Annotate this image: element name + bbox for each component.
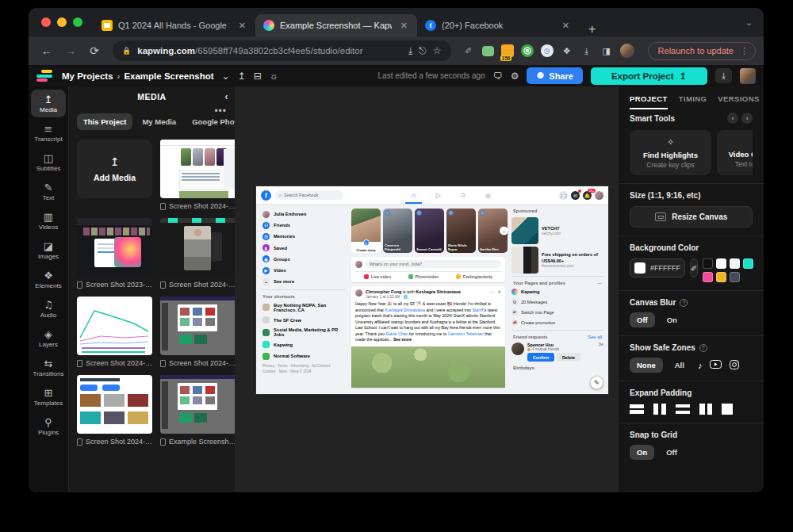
fb-menu-julia-enthoven[interactable]: Julia Enthoven [261,209,345,220]
canvas-blur-on-toggle[interactable]: On [660,312,684,327]
fb-groups-tab-icon[interactable]: ◎ [485,186,491,204]
fb-post-author-line[interactable]: Christopher Fong is with Kushagra Shriva… [366,289,487,294]
fb-post-author-avatar[interactable] [355,289,362,297]
help-icon[interactable]: ? [680,299,688,307]
safe-zones-all-toggle[interactable]: All [668,358,691,373]
collapse-panel-icon[interactable]: ‹ [225,91,229,102]
fb-see-all-link[interactable]: See all [588,335,602,339]
fb-composer-avatar[interactable] [355,261,362,268]
forward-button[interactable]: → [60,44,81,57]
project-menu-chevron-icon[interactable]: ⌄ [222,71,230,82]
target-extension-icon[interactable] [521,44,534,57]
resize-canvas-button[interactable]: ▭Resize Canvas [630,206,753,228]
fb-action-live-video[interactable]: Live video [364,274,391,279]
kapwing-profile-avatar[interactable] [740,68,756,84]
fb-sponsored-ad[interactable]: VETCHYvetchy.com [511,217,603,244]
fb-marketplace-tab-icon[interactable]: ⌑ [462,186,465,204]
clock-extension-icon[interactable]: ◷ [541,44,554,57]
color-swatch[interactable] [730,258,740,269]
fb-stories-next-button[interactable]: › [500,227,508,235]
install-app-icon[interactable]: ⤓ [408,45,412,56]
video-generator-card[interactable]: ☼ Video Generator Text to video AI [717,130,753,175]
media-more-menu-icon[interactable]: ••• [214,105,227,117]
media-tab-this-project[interactable]: This Project [77,113,132,130]
download-button[interactable]: ⤓ [715,68,732,83]
extensions-puzzle-icon[interactable]: ❖ [561,44,573,57]
color-swatch[interactable] [703,272,713,282]
fb-menu-saved[interactable]: ▮Saved [261,243,345,254]
pad-top-bottom-icon[interactable] [630,404,644,415]
pad-horizontal-icon[interactable] [676,404,690,415]
color-swatch[interactable] [716,272,726,282]
pad-all-icon[interactable] [722,404,733,415]
youtube-icon[interactable] [710,360,722,370]
relaunch-to-update-button[interactable]: Relaunch to update⋮ [648,42,756,60]
snap-off-toggle[interactable]: Off [659,445,684,460]
close-tab-icon[interactable]: ✕ [236,19,249,33]
fb-see-more-link[interactable]: See more [393,337,412,342]
rail-item-videos[interactable]: ▥Videos [31,207,66,235]
minimize-window-button[interactable] [57,17,67,27]
bookmark-star-icon[interactable]: ☆ [433,45,442,56]
color-swatch[interactable] [730,272,740,282]
kapwing-logo-icon[interactable] [36,70,54,82]
fb-post-more-icon[interactable]: ⋯ [490,289,495,299]
canvas-blur-off-toggle[interactable]: Off [630,312,655,327]
fb-post-link[interactable]: Cameron Teitelman [448,331,484,336]
tab-search-chevron-icon[interactable]: ⌄ [745,17,764,28]
maximize-window-button[interactable] [73,17,82,27]
pen-extension-icon[interactable]: ✐ [462,44,475,57]
fb-pages-more-icon[interactable]: ⋯ [597,281,602,285]
fb-shortcut-item[interactable]: Normal Software [261,350,345,362]
smart-tools-next-icon[interactable]: › [741,113,753,124]
browser-profile-avatar[interactable] [620,44,634,58]
rail-item-audio[interactable]: ♫Audio [31,295,66,323]
export-project-button[interactable]: Export Project↥ [591,67,707,85]
media-thumbnail[interactable] [160,140,235,198]
right-tab-timing[interactable]: TIMING [679,94,707,109]
back-button[interactable]: ← [36,44,57,57]
rail-item-transitions[interactable]: ⇆Transitions [31,354,66,381]
password-extension-icon[interactable]: 156 [501,44,514,57]
green-extension-icon[interactable] [482,46,494,56]
fb-home-tab-icon[interactable]: ⌂ [412,186,416,204]
fb-sponsored-ad[interactable]: Free shipping on orders of US$49.00+thec… [511,247,603,274]
fb-menu-grid-icon[interactable]: ⋮⋮ [559,191,568,200]
canvas-facebook-screenshot[interactable]: f ⌕Search Facebook ⌂ ▷ ⌑ ◎ ⋮⋮ ✉ 🔔20+ [256,186,608,394]
instagram-icon[interactable] [730,360,739,371]
pad-vertical-icon[interactable] [699,404,713,415]
media-thumbnail[interactable] [160,297,235,355]
rail-item-elements[interactable]: ❖Elements [31,266,66,293]
fb-post-close-icon[interactable]: ✕ [497,289,501,299]
fb-story-item[interactable]: Cameron Fitzgerald [383,209,412,253]
color-swatch[interactable] [743,258,753,269]
fb-composer-input[interactable]: What's on your mind, Julia? [366,260,501,268]
find-highlights-card[interactable]: ✧ Find Highlights Create key clips [630,130,711,175]
fb-story-item[interactable]: Maria Nilola Espar [446,209,476,253]
close-tab-icon[interactable]: ✕ [397,19,411,33]
fb-menu-see-more[interactable]: ⌄See more [261,276,345,287]
sidebar-toggle-icon[interactable]: ◨ [600,44,613,57]
fb-watch-tab-icon[interactable]: ▷ [436,186,441,204]
more-menu-icon[interactable]: ⋮ [740,46,749,56]
suggestions-bulb-icon[interactable]: ☼ [270,71,278,82]
fb-menu-groups[interactable]: ◉Groups [261,254,345,265]
tab-google-slides[interactable]: Q1 2024 All Hands - Google S ✕ [94,14,255,36]
fb-action-photo-video[interactable]: Photo/video [408,274,439,279]
share-page-icon[interactable]: ⎋ [419,45,427,56]
eyedropper-button[interactable]: ✐ [690,258,698,277]
media-thumbnail[interactable] [160,375,235,434]
breadcrumb-my-projects[interactable]: My Projects [62,71,113,81]
upload-project-icon[interactable]: ↥ [238,71,246,82]
fb-story-item[interactable]: Sammi Cannold [415,209,444,253]
fb-confirm-button[interactable]: Confirm [527,353,554,362]
rail-item-text[interactable]: ✎Text [31,178,66,205]
fb-logo-icon[interactable]: f [261,190,271,201]
media-thumbnail[interactable] [77,218,152,277]
address-bar[interactable]: 🔒 kapwing.com/65958ff749a3802cb3cf4ee5/s… [113,40,451,61]
fb-post-link[interactable]: Kushagra Shrivastava [385,308,425,312]
fb-shortcut-item[interactable]: Kapwing [261,339,345,350]
canvas-workspace[interactable]: f ⌕Search Facebook ⌂ ▷ ⌑ ◎ ⋮⋮ ✉ 🔔20+ [235,86,618,492]
rail-item-layers[interactable]: ◈Layers [31,324,66,352]
media-thumbnail[interactable] [77,375,152,434]
